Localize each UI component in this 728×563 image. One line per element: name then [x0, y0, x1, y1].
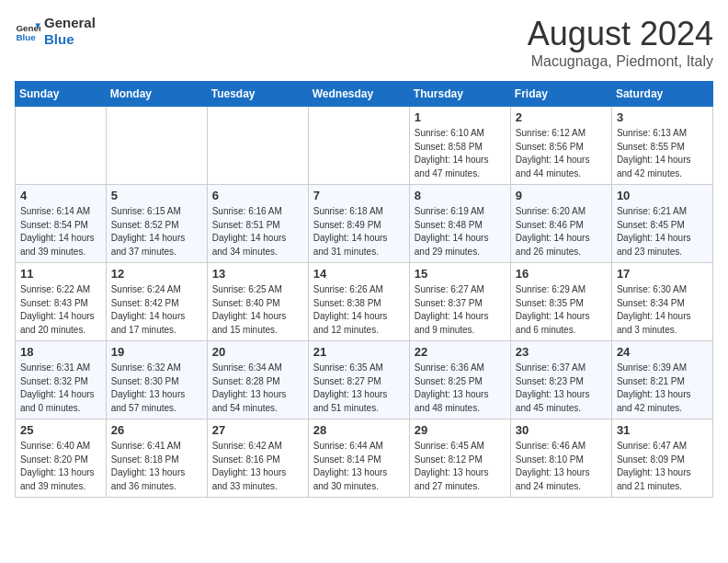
day-info: Sunrise: 6:25 AM Sunset: 8:40 PM Dayligh…	[212, 283, 303, 337]
location-title: Macugnaga, Piedmont, Italy	[528, 53, 713, 70]
calendar-cell: 2Sunrise: 6:12 AM Sunset: 8:56 PM Daylig…	[510, 107, 611, 185]
calendar-cell: 6Sunrise: 6:16 AM Sunset: 8:51 PM Daylig…	[207, 185, 308, 263]
calendar-cell: 18Sunrise: 6:31 AM Sunset: 8:32 PM Dayli…	[16, 341, 107, 419]
day-info: Sunrise: 6:19 AM Sunset: 8:48 PM Dayligh…	[415, 205, 506, 259]
day-info: Sunrise: 6:32 AM Sunset: 8:30 PM Dayligh…	[111, 362, 202, 415]
weekday-header-monday: Monday	[106, 82, 207, 107]
calendar-cell: 30Sunrise: 6:46 AM Sunset: 8:10 PM Dayli…	[510, 419, 611, 498]
calendar-cell: 19Sunrise: 6:32 AM Sunset: 8:30 PM Dayli…	[106, 341, 207, 419]
weekday-header-sunday: Sunday	[16, 82, 107, 107]
day-number: 25	[20, 423, 101, 437]
day-number: 19	[111, 345, 202, 359]
day-number: 27	[212, 423, 303, 437]
calendar-cell	[207, 107, 308, 185]
day-number: 18	[20, 345, 101, 359]
calendar-cell: 17Sunrise: 6:30 AM Sunset: 8:34 PM Dayli…	[611, 263, 712, 341]
calendar-cell	[106, 107, 207, 185]
day-number: 2	[516, 110, 607, 124]
day-info: Sunrise: 6:37 AM Sunset: 8:23 PM Dayligh…	[516, 362, 607, 415]
calendar-cell: 7Sunrise: 6:18 AM Sunset: 8:49 PM Daylig…	[308, 185, 409, 263]
calendar-cell: 10Sunrise: 6:21 AM Sunset: 8:45 PM Dayli…	[611, 185, 712, 263]
calendar-cell: 22Sunrise: 6:36 AM Sunset: 8:25 PM Dayli…	[409, 341, 510, 419]
day-number: 14	[313, 267, 404, 281]
day-number: 8	[415, 189, 506, 202]
month-title: August 2024	[528, 15, 713, 53]
page-header: General Blue General Blue August 2024 Ma…	[15, 15, 713, 70]
day-number: 28	[313, 423, 404, 437]
day-number: 7	[313, 189, 404, 202]
calendar-cell: 11Sunrise: 6:22 AM Sunset: 8:43 PM Dayli…	[16, 263, 107, 341]
day-number: 20	[212, 345, 303, 359]
day-number: 4	[20, 189, 101, 202]
calendar-cell: 1Sunrise: 6:10 AM Sunset: 8:58 PM Daylig…	[409, 107, 510, 185]
day-info: Sunrise: 6:20 AM Sunset: 8:46 PM Dayligh…	[516, 205, 607, 259]
day-info: Sunrise: 6:41 AM Sunset: 8:18 PM Dayligh…	[111, 440, 202, 493]
calendar-cell: 24Sunrise: 6:39 AM Sunset: 8:21 PM Dayli…	[611, 341, 712, 419]
day-info: Sunrise: 6:16 AM Sunset: 8:51 PM Dayligh…	[212, 205, 303, 259]
day-number: 26	[111, 423, 202, 437]
day-info: Sunrise: 6:36 AM Sunset: 8:25 PM Dayligh…	[415, 362, 506, 415]
day-info: Sunrise: 6:31 AM Sunset: 8:32 PM Dayligh…	[20, 362, 101, 415]
day-number: 9	[516, 189, 607, 202]
svg-text:Blue: Blue	[16, 32, 36, 42]
day-info: Sunrise: 6:34 AM Sunset: 8:28 PM Dayligh…	[212, 362, 303, 415]
day-number: 29	[415, 423, 506, 437]
day-info: Sunrise: 6:44 AM Sunset: 8:14 PM Dayligh…	[313, 440, 404, 493]
day-info: Sunrise: 6:26 AM Sunset: 8:38 PM Dayligh…	[313, 283, 404, 337]
logo-line1: General	[44, 15, 96, 31]
day-number: 12	[111, 267, 202, 281]
day-number: 24	[617, 345, 708, 359]
logo-line2: Blue	[44, 31, 96, 48]
calendar-cell: 25Sunrise: 6:40 AM Sunset: 8:20 PM Dayli…	[16, 419, 107, 498]
calendar-week-4: 18Sunrise: 6:31 AM Sunset: 8:32 PM Dayli…	[16, 341, 713, 419]
day-info: Sunrise: 6:39 AM Sunset: 8:21 PM Dayligh…	[617, 362, 708, 415]
title-block: August 2024 Macugnaga, Piedmont, Italy	[528, 15, 713, 70]
day-info: Sunrise: 6:40 AM Sunset: 8:20 PM Dayligh…	[20, 440, 101, 493]
day-number: 30	[516, 423, 607, 437]
weekday-header-friday: Friday	[510, 82, 611, 107]
day-info: Sunrise: 6:24 AM Sunset: 8:42 PM Dayligh…	[111, 283, 202, 337]
day-number: 21	[313, 345, 404, 359]
day-number: 15	[415, 267, 506, 281]
weekday-header-tuesday: Tuesday	[207, 82, 308, 107]
day-number: 22	[415, 345, 506, 359]
calendar-cell: 8Sunrise: 6:19 AM Sunset: 8:48 PM Daylig…	[409, 185, 510, 263]
calendar-cell: 29Sunrise: 6:45 AM Sunset: 8:12 PM Dayli…	[409, 419, 510, 498]
day-info: Sunrise: 6:10 AM Sunset: 8:58 PM Dayligh…	[415, 127, 506, 180]
logo-icon: General Blue	[15, 18, 40, 44]
calendar-cell	[308, 107, 409, 185]
calendar-cell: 31Sunrise: 6:47 AM Sunset: 8:09 PM Dayli…	[611, 419, 712, 498]
weekday-header-row: SundayMondayTuesdayWednesdayThursdayFrid…	[16, 82, 713, 107]
calendar-cell: 4Sunrise: 6:14 AM Sunset: 8:54 PM Daylig…	[16, 185, 107, 263]
calendar-cell: 27Sunrise: 6:42 AM Sunset: 8:16 PM Dayli…	[207, 419, 308, 498]
calendar-cell: 21Sunrise: 6:35 AM Sunset: 8:27 PM Dayli…	[308, 341, 409, 419]
day-info: Sunrise: 6:35 AM Sunset: 8:27 PM Dayligh…	[313, 362, 404, 415]
calendar-table: SundayMondayTuesdayWednesdayThursdayFrid…	[15, 81, 713, 498]
calendar-week-2: 4Sunrise: 6:14 AM Sunset: 8:54 PM Daylig…	[16, 185, 713, 263]
weekday-header-thursday: Thursday	[409, 82, 510, 107]
day-info: Sunrise: 6:12 AM Sunset: 8:56 PM Dayligh…	[516, 127, 607, 180]
day-number: 31	[617, 423, 708, 437]
day-number: 11	[20, 267, 101, 281]
day-info: Sunrise: 6:45 AM Sunset: 8:12 PM Dayligh…	[415, 440, 506, 493]
day-number: 1	[415, 110, 506, 124]
calendar-week-3: 11Sunrise: 6:22 AM Sunset: 8:43 PM Dayli…	[16, 263, 713, 341]
day-info: Sunrise: 6:29 AM Sunset: 8:35 PM Dayligh…	[516, 283, 607, 337]
calendar-cell: 14Sunrise: 6:26 AM Sunset: 8:38 PM Dayli…	[308, 263, 409, 341]
weekday-header-wednesday: Wednesday	[308, 82, 409, 107]
day-number: 3	[617, 110, 708, 124]
day-info: Sunrise: 6:30 AM Sunset: 8:34 PM Dayligh…	[617, 283, 708, 337]
day-info: Sunrise: 6:46 AM Sunset: 8:10 PM Dayligh…	[516, 440, 607, 493]
day-number: 13	[212, 267, 303, 281]
day-number: 17	[617, 267, 708, 281]
day-number: 16	[516, 267, 607, 281]
day-number: 10	[617, 189, 708, 202]
day-number: 5	[111, 189, 202, 202]
calendar-cell: 28Sunrise: 6:44 AM Sunset: 8:14 PM Dayli…	[308, 419, 409, 498]
day-info: Sunrise: 6:14 AM Sunset: 8:54 PM Dayligh…	[20, 205, 101, 259]
calendar-body: 1Sunrise: 6:10 AM Sunset: 8:58 PM Daylig…	[16, 107, 713, 498]
day-info: Sunrise: 6:18 AM Sunset: 8:49 PM Dayligh…	[313, 205, 404, 259]
calendar-week-1: 1Sunrise: 6:10 AM Sunset: 8:58 PM Daylig…	[16, 107, 713, 185]
day-info: Sunrise: 6:15 AM Sunset: 8:52 PM Dayligh…	[111, 205, 202, 259]
calendar-cell: 12Sunrise: 6:24 AM Sunset: 8:42 PM Dayli…	[106, 263, 207, 341]
